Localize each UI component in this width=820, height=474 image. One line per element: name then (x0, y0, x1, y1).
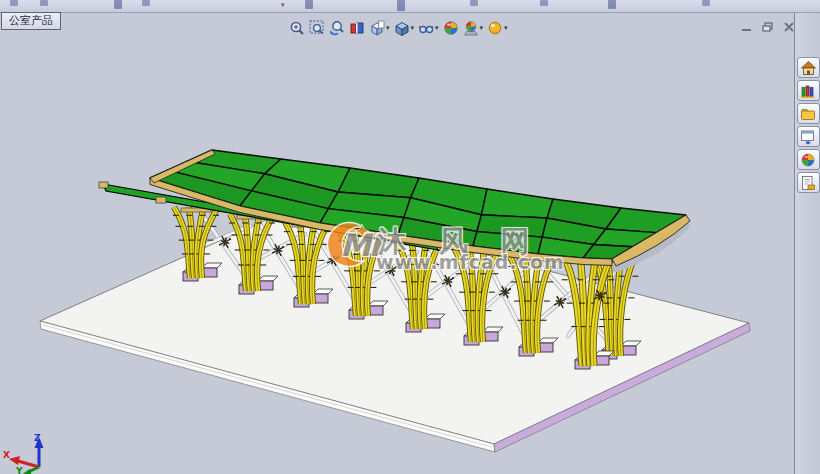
hide-show-items-icon (418, 20, 434, 36)
zoom-to-fit-icon (289, 20, 305, 36)
previous-view-button[interactable] (328, 19, 346, 37)
toolbar-fragment-icon (305, 0, 313, 9)
solidworks-resources-button[interactable] (797, 57, 820, 78)
appearances-scenes-icon (800, 152, 816, 168)
chevron-down-icon[interactable]: ▾ (386, 24, 390, 32)
toolbar-fragment-icon (702, 0, 710, 6)
toolbar-fragment-icon (608, 0, 616, 9)
document-tab[interactable]: 公室产品 (1, 12, 61, 30)
toolbar-fragment-icon (540, 0, 548, 6)
zoom-to-area-icon (309, 20, 325, 36)
restore-button[interactable] (761, 21, 775, 33)
view-settings-button[interactable]: ▾ (486, 19, 509, 37)
appearances-scenes-button[interactable] (797, 149, 820, 170)
design-library-button[interactable] (797, 80, 820, 101)
triad-x-label: X (3, 450, 10, 460)
section-view-button[interactable] (348, 19, 366, 37)
apply-scene-button[interactable]: ▾ (462, 19, 485, 37)
view-orientation-button[interactable]: ▾ (368, 19, 391, 37)
custom-properties-button[interactable] (797, 172, 820, 193)
display-style-icon (394, 20, 410, 36)
toolbar-fragment-icon (10, 0, 18, 6)
solidworks-window: ▾ 公室产品 ZXY M (0, 0, 820, 474)
view-orientation-icon (369, 20, 385, 36)
canopy-model: ZXY (0, 12, 794, 474)
toolbar-fragment-icon (142, 0, 150, 6)
view-settings-icon (487, 20, 503, 36)
triad-z-label: Z (34, 433, 41, 443)
close-button[interactable] (782, 21, 796, 33)
hide-show-items-button[interactable]: ▾ (417, 19, 440, 37)
task-pane (794, 12, 820, 474)
commandmanager-strip: ▾ (0, 0, 820, 13)
chevron-down-icon[interactable]: ▾ (504, 24, 508, 32)
triad-y-label: Y (15, 466, 23, 474)
section-view-icon (349, 20, 365, 36)
previous-view-icon (329, 20, 345, 36)
window-controls (740, 21, 796, 33)
toolbar-fragment-icon (40, 0, 48, 6)
custom-properties-icon (800, 175, 816, 191)
file-explorer-icon (800, 106, 816, 122)
zoom-to-area-button[interactable] (308, 19, 326, 37)
design-library-icon (800, 83, 816, 99)
solidworks-resources-icon (800, 60, 816, 76)
document-tab-label: 公室产品 (9, 14, 53, 27)
zoom-to-fit-button[interactable] (288, 19, 306, 37)
toolbar-fragment-icon (470, 0, 478, 6)
view-palette-icon (800, 129, 816, 145)
toolbar-fragment-icon (397, 0, 405, 11)
chevron-down-icon[interactable]: ▾ (411, 24, 415, 32)
apply-scene-icon (463, 20, 479, 36)
chevron-down-icon[interactable]: ▾ (480, 24, 484, 32)
reference-triad: ZXY (3, 433, 44, 474)
edit-appearance-icon (443, 20, 459, 36)
headsup-toolbar: ▾▾▾▾▾ (288, 19, 509, 37)
display-style-button[interactable]: ▾ (393, 19, 416, 37)
toolbar-fragment-icon (114, 0, 122, 9)
file-explorer-button[interactable] (797, 103, 820, 124)
view-palette-button[interactable] (797, 126, 820, 147)
edit-appearance-button[interactable] (442, 19, 460, 37)
task-pane-buttons (795, 55, 820, 195)
chevron-down-icon[interactable]: ▾ (435, 24, 439, 32)
minimize-button[interactable] (740, 21, 754, 33)
viewport-3d[interactable]: ZXY MF 沐 风 网 www.mfcad.com ▾▾▾▾▾ (0, 12, 794, 474)
chevron-down-icon: ▾ (281, 1, 285, 9)
